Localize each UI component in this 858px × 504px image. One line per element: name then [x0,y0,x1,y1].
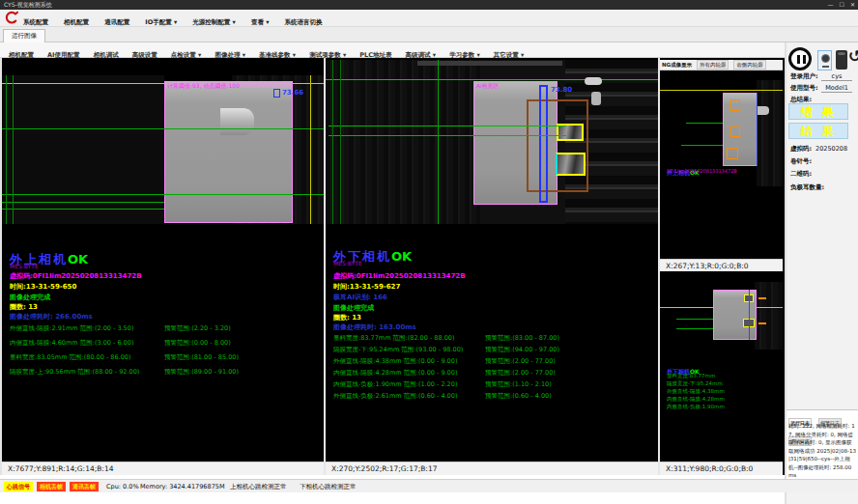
mid-done-line: 图像处理完成 [333,303,374,313]
thumb-top-roi-2 [730,126,740,137]
mid-glint-2 [591,92,601,105]
measurement-row: 内侧直线-隔膜:4.60mm 范围:(3.00 - 6.00)预警范围:(0.0… [2,339,321,349]
measurement-row: 隔膜宽度-上:90.56mm 范围:(88.00 - 92.00)预警范围:(8… [2,368,321,378]
thumb-bottom-line: 内侧直线-负极:1.90mm [667,404,725,410]
mid-barcode-line: 虚拟码:0FI1Iim2025020813313472B [333,271,466,281]
camera-button[interactable] [817,50,832,70]
menu-bar: 系统配置 相机配置 通讯配置 IO手配置 ▾ 光源控制配置 ▾ 查看 ▾ 系统语… [0,10,858,27]
measurement-row: 内侧直线-隔膜:4.28mm 范围:(0.00 - 9.00)预警范围:(2.0… [326,369,644,378]
left-elapsed-line: 图像处理耗时: 266.00ms [10,312,93,322]
app-logo-icon [4,11,18,25]
left-time-line: 时间:13-31-59-650 [10,282,76,292]
thumb-bottom-orange-mark-1 [758,297,766,299]
thumb-bottom-green-1 [676,319,713,320]
left-green-vline-2 [13,75,14,224]
left-metal-tab [220,108,254,135]
mid-coords-bar: X:270;Y:2502;R:17;G:17;B:17 [326,462,658,475]
thumb-top-roi-1 [730,99,740,111]
left-measure-label: 73.66 [282,89,303,97]
toolbar: 相机配置 AI使用配置 相机调试 高级设置 点检设置 ▾ 图像处理 ▾ 基准线参… [0,42,785,58]
maximize-icon[interactable]: ☐ [840,0,844,10]
barcode-label: 虚拟码: [790,145,812,154]
thumb-top-green-1 [686,123,723,124]
left-barcode-line: 虚拟码:0FI1Iim2025020813313472B [10,271,142,281]
left-green-line-2 [2,194,324,195]
measurement-row: 外侧直线-隔膜:4.38mm 范围:(0.00 - 9.00)预警范围:(2.0… [326,357,644,367]
tab-all-contours[interactable]: 所有内轮廓 [697,60,729,70]
thumb-bottom-view[interactable]: 外下相机OK 显料宽度:83.77mm 隔膜宽度-下:95.24mm 外侧直线-… [660,272,783,462]
thumb-top-view[interactable]: 外上相机OK 0FI1Iim2025020813313472B [660,70,783,259]
left-film-region [164,81,293,223]
memory-usage: Memory: 3424.41796875M [140,483,225,490]
result-badge-lower: 结 果 [788,123,848,139]
thumb-top-metal-tab [758,106,769,115]
tab-run-image[interactable]: 运行图像 [3,29,45,42]
left-mes-line: MES:BYTE [10,263,39,269]
left-rounds-line: 圈数: 13 [10,302,38,312]
mid-glint-1 [585,77,602,85]
left-green-vline-1 [6,75,7,224]
close-icon[interactable]: ✕ [850,0,855,10]
mid-green-line-2 [329,135,566,136]
camera-lens-icon [821,54,830,63]
left-camera-view[interactable]: 计算阈值:93, 动态阈值:100 73.66 [2,60,324,224]
measurement-row: 内侧直线-负极:1.90mm 范围:(1.00 - 2.20)预警范围:(1.1… [326,380,644,390]
thumb-top-subline: 0FI1Iim2025020813313472B [667,168,737,174]
left-done-line: 图像处理完成 [10,293,50,302]
comm-frameloss-badge: 通讯丢帧 [70,482,99,491]
mid-time-line: 时间:13-31-59-627 [333,282,400,292]
model-field[interactable]: Model1 [821,84,852,93]
mid-elapsed-line: 图像处理耗时: 163.00ms [333,322,416,332]
login-user-field[interactable]: cys [821,72,852,81]
window-title: CYS-视觉检测系统 [4,0,52,10]
thumb-top-green-2 [681,145,723,146]
thumb-bottom-green-2 [676,328,713,329]
thumb-bottom-blue-edge [749,290,750,340]
title-bar: CYS-视觉检测系统 — ☐ ✕ [0,0,858,10]
thumb-bottom-line: 显料宽度:83.77mm [667,373,715,379]
camera-base-icon [822,66,829,68]
mid-camera-view[interactable]: AI检测区 73.80 [326,60,658,224]
left-green-line-4 [2,209,164,210]
mid-mes-line: MES:BYTE [333,260,362,266]
mid-green-vline-1 [332,60,333,224]
thumb-top-blue-edge [757,93,758,166]
result-badge-upper: 结 果 [788,103,848,120]
sidebar: ↺ 登录用户: cys 使用型号: Model1 总结果: 结 果 结 果 虚拟… [785,42,858,504]
mid-top-strip [417,61,562,66]
log-panel: 运行日志 报警日志 调试日志 耗时: 222, 网络检测耗时: 17, 网络分类… [786,409,858,481]
mid-green-line-1 [329,126,566,126]
upper-camera-heartbeat: 上相机心跳检测正常 [230,483,287,491]
mid-measure-label: 73.80 [551,86,572,94]
minimize-icon[interactable]: — [828,0,834,10]
undo-icon[interactable]: ↺ [848,48,858,65]
mid-ai-line: 极耳AI识别: 166 [333,293,387,302]
record-button[interactable] [836,50,847,70]
cpu-usage: Cpu: 0.0% [106,483,139,490]
camera-frameloss-badge: 相机丢帧 [37,482,66,491]
mid-region-overlay: AI检测区 [476,82,500,91]
thumb-bottom-orange-mark-2 [758,322,766,324]
thumb-bottom-line: 隔膜宽度-下:95.24mm [667,380,723,387]
model-label: 使用型号: [790,84,818,93]
status-bar: 心跳信号 相机丢帧 通讯丢帧 Cpu: 0.0% Memory: 3424.41… [0,479,858,492]
mid-yellow-roi-2 [556,153,586,176]
measurement-row: 外侧直线-负极:2.61mm 范围:(0.60 - 4.00)预警范围:(0.6… [326,392,644,402]
pin-number-label: 卷针号: [790,157,812,166]
pause-button[interactable] [788,47,812,70]
tab-side-contours[interactable]: 齿侧内轮廓 [733,60,766,70]
thumb-bottom-coords-bar: X:311;Y:980;R:0;G:0;B:0 [660,462,783,475]
barcode-value: 20250208 [815,145,847,153]
heartbeat-badge: 心跳信号 [4,482,33,491]
thumb-top-roi-3 [727,148,738,159]
thumb-bottom-texture [755,282,783,350]
mid-left-texture [326,60,480,224]
left-green-line-3 [2,202,164,203]
left-green-line-1 [2,128,324,129]
measurement-row: 外侧直线-隔膜:2.91mm 范围:(2.00 - 3.50)预警范围:(2.2… [2,324,321,334]
thumb-bottom-line: 外侧直线-隔膜:4.38mm [667,388,725,395]
measurement-row: 显料宽度:83.77mm 范围:(82.00 - 88.00)预警范围:(83.… [326,334,644,344]
thumb-top-yellow-line [660,90,783,91]
tab-count-label: 负极耳数量: [790,183,824,192]
lower-camera-heartbeat: 下相机心跳检测正常 [300,483,357,491]
